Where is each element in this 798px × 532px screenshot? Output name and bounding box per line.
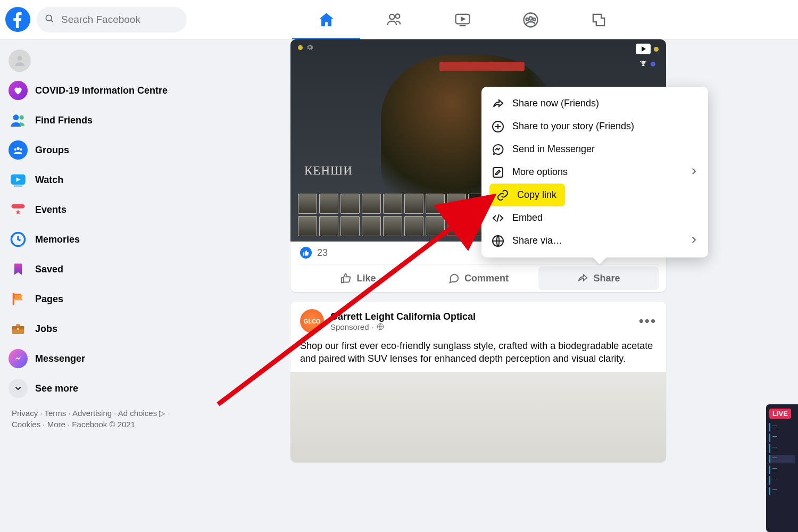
sidebar-item-label: Pages bbox=[35, 294, 63, 305]
share-via-item[interactable]: Share via… bbox=[485, 229, 705, 252]
roster-thumb[interactable] bbox=[404, 194, 423, 214]
facebook-logo[interactable] bbox=[5, 7, 30, 32]
nav-watch[interactable] bbox=[428, 0, 496, 39]
sidebar-watch[interactable]: Watch bbox=[4, 165, 187, 195]
share-dropdown: Share now (Friends) Share to your story … bbox=[481, 87, 708, 257]
nav-groups[interactable] bbox=[496, 0, 564, 39]
svg-point-4 bbox=[395, 14, 400, 18]
sidebar-groups[interactable]: Groups bbox=[4, 135, 187, 165]
flag-icon bbox=[9, 289, 28, 309]
search-box[interactable] bbox=[37, 7, 187, 32]
svg-point-1 bbox=[46, 15, 52, 21]
search-icon bbox=[44, 13, 55, 26]
chevron-right-icon bbox=[689, 235, 699, 247]
top-nav bbox=[292, 0, 633, 39]
search-input[interactable] bbox=[60, 13, 179, 26]
roster-thumb[interactable] bbox=[362, 194, 381, 214]
comment-button[interactable]: Comment bbox=[418, 267, 538, 290]
chevron-right-icon bbox=[689, 167, 699, 178]
svg-rect-28 bbox=[493, 168, 503, 177]
sidebar-see-more[interactable]: See more bbox=[4, 373, 187, 403]
sidebar-item-label: Jobs bbox=[35, 323, 57, 335]
roster-thumb[interactable] bbox=[447, 194, 466, 214]
sidebar-pages[interactable]: Pages bbox=[4, 284, 187, 314]
sidebar-saved[interactable]: Saved bbox=[4, 254, 187, 284]
roster-thumb[interactable] bbox=[426, 194, 445, 214]
send-messenger-item[interactable]: Send in Messenger bbox=[485, 138, 705, 161]
svg-point-16 bbox=[20, 148, 22, 151]
roster-thumb[interactable] bbox=[404, 216, 423, 236]
sidebar-item-label: Groups bbox=[35, 145, 69, 156]
post-actions: Like Comment Share bbox=[298, 264, 659, 292]
post2-image[interactable] bbox=[290, 372, 666, 462]
roster-thumb[interactable] bbox=[426, 216, 445, 236]
dot-icon bbox=[298, 45, 303, 50]
roster-thumb[interactable] bbox=[340, 216, 360, 236]
sponsored-label[interactable]: Sponsored · bbox=[330, 322, 476, 331]
roster-thumb[interactable] bbox=[298, 194, 317, 214]
sidebar-covid[interactable]: COVID-19 Information Centre bbox=[4, 76, 187, 105]
svg-point-10 bbox=[533, 18, 535, 20]
share-item-label: Share to your story (Friends) bbox=[512, 121, 634, 132]
play-badge-icon bbox=[636, 44, 651, 54]
share-item-label: Share now (Friends) bbox=[512, 98, 599, 109]
roster-thumb[interactable] bbox=[383, 216, 402, 236]
heart-icon bbox=[9, 81, 28, 100]
thumb-up-icon bbox=[340, 272, 352, 284]
sidebar-jobs[interactable]: Jobs bbox=[4, 314, 187, 344]
sidebar-item-label: Find Friends bbox=[35, 115, 93, 126]
character-name: КЕНШИ bbox=[304, 164, 353, 178]
share-arrow-icon bbox=[577, 272, 588, 284]
nav-home[interactable] bbox=[292, 0, 360, 39]
more-options-item[interactable]: More options bbox=[485, 161, 705, 184]
pip-row: — bbox=[769, 466, 795, 472]
nav-gaming[interactable] bbox=[564, 0, 633, 39]
post2-body: Shop our first ever eco-friendly sunglas… bbox=[290, 337, 666, 372]
roster-thumb-selected[interactable] bbox=[447, 216, 466, 236]
advertiser-name[interactable]: Garrett Leight California Optical bbox=[330, 311, 476, 322]
avatar-icon bbox=[9, 49, 31, 72]
top-header bbox=[0, 0, 798, 39]
pip-row: — bbox=[769, 455, 795, 463]
svg-point-11 bbox=[18, 56, 22, 61]
pip-row: — bbox=[769, 423, 795, 431]
share-item-label: Send in Messenger bbox=[512, 144, 595, 155]
roster-thumb[interactable] bbox=[319, 194, 338, 214]
trophy-icon bbox=[639, 60, 647, 68]
clock-icon bbox=[9, 230, 28, 249]
sidebar-memories[interactable]: Memories bbox=[4, 225, 187, 254]
embed-item[interactable]: Embed bbox=[485, 206, 705, 229]
messenger-icon bbox=[9, 349, 28, 368]
post2-header: GLCO Garrett Leight California Optical S… bbox=[290, 302, 666, 337]
briefcase-icon bbox=[9, 319, 28, 338]
share-button[interactable]: Share bbox=[538, 267, 659, 290]
roster-thumb[interactable] bbox=[298, 216, 317, 236]
sidebar-events[interactable]: Events bbox=[4, 195, 187, 225]
post-menu-button[interactable]: ••• bbox=[639, 313, 656, 329]
comment-icon bbox=[448, 272, 460, 284]
advertiser-avatar[interactable]: GLCO bbox=[300, 309, 324, 333]
share-now-item[interactable]: Share now (Friends) bbox=[485, 92, 705, 115]
roster-thumb[interactable] bbox=[383, 194, 402, 214]
roster-thumb[interactable] bbox=[340, 194, 360, 214]
copy-link-item[interactable]: Copy link bbox=[489, 184, 565, 206]
sidebar-profile[interactable] bbox=[4, 46, 187, 76]
messenger-outline-icon bbox=[491, 143, 505, 156]
globe-grid-icon bbox=[491, 234, 505, 248]
sidebar-messenger[interactable]: Messenger bbox=[4, 344, 187, 373]
globe-icon bbox=[377, 323, 384, 330]
character-roster: ? bbox=[298, 194, 487, 236]
nav-friends[interactable] bbox=[360, 0, 428, 39]
roster-thumb[interactable] bbox=[319, 216, 338, 236]
calendar-icon bbox=[9, 200, 28, 219]
like-button[interactable]: Like bbox=[298, 267, 418, 290]
footer-links[interactable]: Privacy · Terms · Advertising · Ad choic… bbox=[4, 403, 187, 434]
pip-live-overlay[interactable]: LIVE — — — — — — — bbox=[766, 404, 798, 472]
sidebar-item-label: See more bbox=[35, 383, 78, 394]
video-badges-left bbox=[298, 44, 313, 51]
link-icon bbox=[496, 188, 510, 202]
sidebar-item-label: Watch bbox=[35, 174, 63, 186]
share-story-item[interactable]: Share to your story (Friends) bbox=[485, 115, 705, 138]
sidebar-find-friends[interactable]: Find Friends bbox=[4, 105, 187, 135]
svg-line-2 bbox=[51, 20, 53, 22]
